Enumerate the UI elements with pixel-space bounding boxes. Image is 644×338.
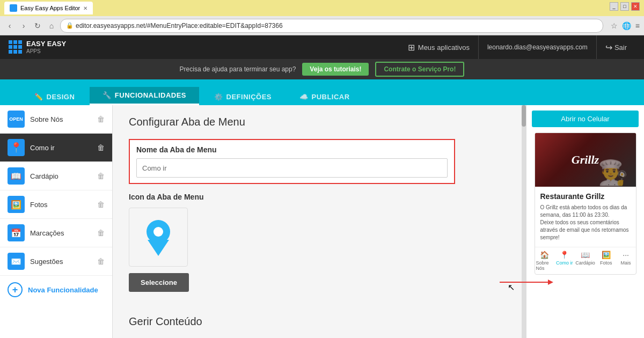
open-icon: OPEN xyxy=(8,111,25,128)
tutorials-btn[interactable]: Veja os tutoriais! xyxy=(302,63,369,76)
sidebar-como-ir-label: Como ir xyxy=(30,144,92,152)
tab-design[interactable]: ✏️ DESIGN xyxy=(21,89,87,105)
delete-sobre-nos-icon[interactable]: 🗑 xyxy=(97,115,105,123)
add-feature-label: Nova Funcionalidade xyxy=(28,286,98,294)
browser-tab[interactable]: Easy Easy Apps Editor ✕ xyxy=(4,2,93,14)
sidebar-sugestoes-label: Sugestões xyxy=(30,258,92,266)
icon-picker-area[interactable] xyxy=(129,208,188,267)
help-bar: Precisa de ajuda para terminar seu app? … xyxy=(0,59,644,79)
delete-sugestoes-icon[interactable]: 🗑 xyxy=(97,257,105,266)
my-apps-btn[interactable]: ⊞ Meus aplicativos xyxy=(399,42,478,53)
home-btn[interactable]: ⌂ xyxy=(46,20,57,31)
phone-nav-fotos[interactable]: 🖼️ Fotos xyxy=(596,249,616,272)
bookmark-icon[interactable]: ☆ xyxy=(611,21,618,30)
logout-btn[interactable]: ↪ Sair xyxy=(597,42,635,53)
phone-nav-mais[interactable]: ··· Mais xyxy=(616,249,636,272)
phone-nav-cardapio-label: Cardápio xyxy=(575,260,595,266)
phone-frame: 👨‍🍳 Grillz Restaurante Grillz O Grillz e… xyxy=(535,133,636,275)
funcionalidades-icon: 🔧 xyxy=(103,91,112,99)
sidebar-sobre-nos-label: Sobre Nós xyxy=(30,115,92,123)
pro-service-btn[interactable]: Contrate o Serviço Pro! xyxy=(375,62,464,77)
logo-text-block: EASY EASY APPS xyxy=(26,40,66,54)
select-icon-btn[interactable]: Seleccione xyxy=(129,273,189,292)
tab-publicar-label: PUBLICAR xyxy=(311,93,349,101)
phone-nav-photo-icon: 🖼️ xyxy=(602,251,611,259)
sidebar-item-como-ir[interactable]: 📍 Como ir 🗑 xyxy=(0,134,112,162)
icon-section-label: Icon da Aba de Menu xyxy=(129,193,504,201)
logo-main-text: EASY EASY xyxy=(26,40,66,48)
scrollbar-thumb[interactable] xyxy=(522,105,526,127)
globe-icon[interactable]: 🌐 xyxy=(622,21,631,30)
field-label: Nome da Aba de Menu xyxy=(136,145,448,154)
phone-nav-como-ir[interactable]: 📍 Como ir xyxy=(554,249,574,272)
tab-definicoes[interactable]: ⚙️ DEFINIÇÕES xyxy=(201,89,284,105)
back-btn[interactable]: ‹ xyxy=(4,20,15,31)
header-right: ⊞ Meus aplicativos leonardo.dias@easyeas… xyxy=(399,35,635,59)
svg-marker-4 xyxy=(548,280,553,285)
refresh-btn[interactable]: ↻ xyxy=(32,20,43,31)
sidebar: OPEN Sobre Nós 🗑 📍 Como ir 🗑 📖 Cardápio … xyxy=(0,105,113,338)
phone-nav-sobre-nos[interactable]: 🏠 Sobre Nós xyxy=(535,249,555,272)
sidebar-item-marcacoes[interactable]: 📅 Marcações 🗑 xyxy=(0,219,112,247)
tab-close-btn[interactable]: ✕ xyxy=(83,5,87,11)
scrollbar-track[interactable] xyxy=(522,105,526,338)
sidebar-fotos-label: Fotos xyxy=(30,201,92,209)
sidebar-item-cardapio[interactable]: 📖 Cardápio 🗑 xyxy=(0,162,112,190)
open-on-phone-btn[interactable]: Abrir no Celular xyxy=(532,111,639,127)
minimize-btn[interactable]: _ xyxy=(610,2,618,11)
phone-nav-cardapio[interactable]: 📖 Cardápio xyxy=(574,249,596,272)
content-area: Configurar Aba de Menu Nome da Aba de Me… xyxy=(113,105,526,338)
app-header: EASY EASY APPS ⊞ Meus aplicativos leonar… xyxy=(0,35,644,59)
definicoes-icon: ⚙️ xyxy=(214,93,223,101)
sidebar-item-sugestoes[interactable]: ✉️ Sugestões 🗑 xyxy=(0,247,112,276)
url-bar[interactable]: 🔒 editor.easyeasyapps.net/#MenuEntryPlac… xyxy=(60,19,603,33)
logo-sub-text: APPS xyxy=(26,48,66,54)
content-inner: Configurar Aba de Menu Nome da Aba de Me… xyxy=(113,105,521,338)
delete-como-ir-icon[interactable]: 🗑 xyxy=(97,143,105,152)
address-bar-row: ‹ › ↻ ⌂ 🔒 editor.easyeasyapps.net/#MenuE… xyxy=(0,16,644,35)
tab-publicar[interactable]: ☁️ PUBLICAR xyxy=(287,89,363,105)
envelope-icon: ✉️ xyxy=(8,253,25,270)
phone-hero: 👨‍🍳 Grillz xyxy=(535,133,636,187)
location-icon: 📍 xyxy=(8,139,25,156)
gerir-title: Gerir Conteúdo xyxy=(129,315,504,328)
close-btn[interactable]: ✕ xyxy=(631,2,640,11)
forward-btn[interactable]: › xyxy=(18,20,29,31)
calendar-icon: 📅 xyxy=(8,224,25,241)
tab-funcionalidades[interactable]: 🔧 FUNCIONALIDADES xyxy=(90,87,199,105)
sidebar-item-fotos[interactable]: 🖼️ Fotos 🗑 xyxy=(0,190,112,219)
chef-silhouette: 👨‍🍳 xyxy=(598,158,628,187)
main-nav-tabs: ✏️ DESIGN 🔧 FUNCIONALIDADES ⚙️ DEFINIÇÕE… xyxy=(0,79,644,105)
phone-nav-como-ir-label: Como ir xyxy=(556,260,573,266)
preview-panel: Abrir no Celular 👨‍🍳 Grillz Restaurante … xyxy=(526,105,644,338)
main-layout: OPEN Sobre Nós 🗑 📍 Como ir 🗑 📖 Cardápio … xyxy=(0,105,644,338)
maximize-btn[interactable]: □ xyxy=(620,2,629,11)
logout-arrow-icon: ↪ xyxy=(605,42,612,53)
delete-cardapio-icon[interactable]: 🗑 xyxy=(97,172,105,180)
window-controls: _ □ ✕ xyxy=(610,2,640,11)
phone-nav-more-icon: ··· xyxy=(623,251,629,259)
browser-action-icons: ☆ 🌐 ≡ xyxy=(611,21,640,30)
icon-section: Icon da Aba de Menu Seleccione xyxy=(129,193,504,305)
tab-title: Easy Easy Apps Editor xyxy=(20,5,80,11)
sidebar-marcacoes-label: Marcações xyxy=(30,229,92,237)
add-circle-icon: + xyxy=(8,282,23,297)
phone-nav-home-icon: 🏠 xyxy=(540,251,549,259)
section-title: Configurar Aba de Menu xyxy=(129,116,504,128)
add-feature-btn[interactable]: + Nova Funcionalidade xyxy=(0,276,112,304)
book-icon: 📖 xyxy=(8,167,25,185)
sidebar-cardapio-label: Cardápio xyxy=(30,172,92,180)
logo-grid-icon xyxy=(9,40,22,54)
desc-line2: semana, das 11:00 às 23:30. xyxy=(540,212,610,218)
apps-grid-icon: ⊞ xyxy=(408,42,415,53)
user-email: leonardo.dias@easyeasyapps.com xyxy=(479,43,596,51)
map-pin-icon xyxy=(142,218,174,256)
menu-icon[interactable]: ≡ xyxy=(635,21,640,30)
delete-marcacoes-icon[interactable]: 🗑 xyxy=(97,229,105,237)
phone-nav-sobre-nos-label: Sobre Nós xyxy=(536,260,554,271)
sidebar-item-sobre-nos[interactable]: OPEN Sobre Nós 🗑 xyxy=(0,105,112,134)
logout-label: Sair xyxy=(614,43,627,52)
arrow-indicator-area xyxy=(532,277,639,288)
menu-name-input[interactable] xyxy=(136,158,448,178)
delete-fotos-icon[interactable]: 🗑 xyxy=(97,200,105,209)
